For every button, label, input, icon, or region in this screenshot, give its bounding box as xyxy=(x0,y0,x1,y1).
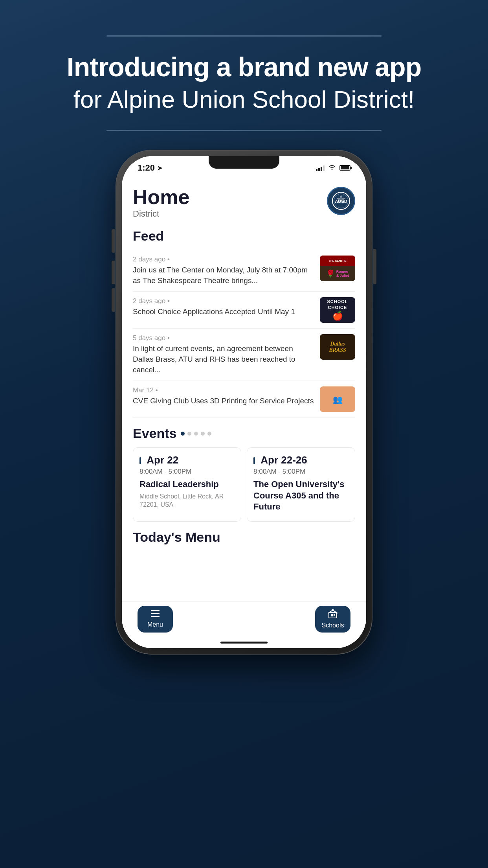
event-location-0: Middle School, Little Rock, AR 72201, US… xyxy=(139,493,235,509)
dot-active xyxy=(181,432,185,436)
event-date-1: Apr 22-26 xyxy=(253,454,349,466)
feed-bullet-2: • xyxy=(167,334,170,342)
feed-thumbnail-0: THE CENTRE 🌹 Romeo& Juliet xyxy=(320,256,355,281)
time-display: 1:20 xyxy=(138,163,155,173)
feed-item-time: Mar 12 • xyxy=(133,386,315,394)
district-logo[interactable]: AUSD xyxy=(327,187,355,215)
app-title: Home xyxy=(133,187,189,207)
home-bar xyxy=(220,642,268,644)
feed-bullet-0: • xyxy=(167,256,170,263)
feed-bullet-1: • xyxy=(167,297,170,305)
battery-fill xyxy=(341,166,349,169)
event-name-1: The Open University's Course A305 and th… xyxy=(253,479,349,513)
app-header: Home District AUSD xyxy=(133,180,355,219)
nav-item-menu[interactable]: Menu xyxy=(138,606,173,633)
feed-time-3: Mar 12 xyxy=(133,386,154,394)
feed-item-time: 2 days ago • xyxy=(133,256,315,263)
feed-item-text: 5 days ago • In light of current events,… xyxy=(133,334,315,375)
phone-screen: 1:20 ➤ xyxy=(122,156,366,648)
headline-sub: for Alpine Union School District! xyxy=(67,85,421,114)
svg-rect-9 xyxy=(332,609,334,611)
feed-item-time: 5 days ago • xyxy=(133,334,315,342)
event-date-text-1: Apr 22-26 xyxy=(261,454,307,466)
signal-bar-4 xyxy=(323,166,325,171)
schools-button[interactable]: Schools xyxy=(315,606,350,633)
feed-thumbnail-2: DallasBRASS xyxy=(320,334,355,360)
feed-item-text: 2 days ago • Join us at The Center on Mo… xyxy=(133,256,315,286)
schools-label: Schools xyxy=(322,622,344,629)
svg-rect-8 xyxy=(334,614,335,616)
notch xyxy=(209,156,279,169)
status-bar: 1:20 ➤ xyxy=(122,156,366,180)
svg-rect-5 xyxy=(151,616,160,617)
app-subtitle: District xyxy=(133,209,189,219)
location-arrow-icon: ➤ xyxy=(157,164,162,172)
feed-time-2: 5 days ago xyxy=(133,334,165,342)
event-date-bar-1 xyxy=(253,457,255,464)
event-date-text-0: Apr 22 xyxy=(147,454,178,466)
status-time: 1:20 ➤ xyxy=(138,163,162,173)
signal-bar-1 xyxy=(316,169,317,171)
feed-item-text: Mar 12 • CVE Giving Club Uses 3D Printin… xyxy=(133,386,315,406)
bottom-divider xyxy=(106,130,382,131)
event-time-1: 8:00AM - 5:00PM xyxy=(253,468,349,476)
events-row: Apr 22 8:00AM - 5:00PM Radical Leadershi… xyxy=(133,447,355,522)
svg-rect-4 xyxy=(151,613,160,614)
school-choice-thumb: SCHOOL CHOICE 🍎 xyxy=(320,297,355,323)
feed-item[interactable]: 2 days ago • Join us at The Center on Mo… xyxy=(133,250,355,292)
todays-menu-section: Today's Menu xyxy=(133,530,355,545)
feed-item-text: 2 days ago • School Choice Applications … xyxy=(133,297,315,317)
menu-button[interactable]: Menu xyxy=(138,606,173,633)
headline-block: Introducing a brand new app for Alpine U… xyxy=(67,52,421,114)
feed-item-body: CVE Giving Club Uses 3D Printing for Ser… xyxy=(133,396,315,406)
phone-outer-shell: 1:20 ➤ xyxy=(116,151,372,654)
feed-item[interactable]: 2 days ago • School Choice Applications … xyxy=(133,292,355,329)
dot-1 xyxy=(187,432,191,436)
shakespeare-thumb: THE CENTRE 🌹 Romeo& Juliet xyxy=(320,256,355,281)
menu-label: Menu xyxy=(147,621,163,628)
feed-item[interactable]: Mar 12 • CVE Giving Club Uses 3D Printin… xyxy=(133,381,355,418)
feed-item-body: In light of current events, an agreement… xyxy=(133,344,315,375)
event-card-0[interactable]: Apr 22 8:00AM - 5:00PM Radical Leadershi… xyxy=(133,447,241,522)
cve-thumb: 👥 xyxy=(320,386,355,412)
feed-section-title: Feed xyxy=(133,228,355,244)
feed-time-0: 2 days ago xyxy=(133,256,165,263)
battery-icon xyxy=(339,165,350,171)
dot-2 xyxy=(194,432,198,436)
events-pagination-dots xyxy=(181,432,211,436)
feed-time-1: 2 days ago xyxy=(133,297,165,305)
dot-3 xyxy=(201,432,205,436)
home-indicator xyxy=(122,636,366,648)
menu-icon xyxy=(151,610,160,619)
todays-menu-title: Today's Menu xyxy=(133,530,355,545)
event-date-0: Apr 22 xyxy=(139,454,235,466)
events-header: Events xyxy=(133,426,355,441)
feed-item-time: 2 days ago • xyxy=(133,297,315,305)
bottom-nav: Menu xyxy=(122,601,366,636)
feed-bullet-3: • xyxy=(156,386,158,394)
event-time-0: 8:00AM - 5:00PM xyxy=(139,468,235,476)
feed-item[interactable]: 5 days ago • In light of current events,… xyxy=(133,329,355,381)
app-content-scroll[interactable]: Home District AUSD xyxy=(122,180,366,601)
feed-thumbnail-3: 👥 xyxy=(320,386,355,412)
dallas-brass-thumb: DallasBRASS xyxy=(320,334,355,360)
svg-rect-3 xyxy=(151,610,160,611)
wifi-icon xyxy=(328,164,336,171)
nav-item-schools[interactable]: Schools xyxy=(315,606,350,633)
signal-bar-3 xyxy=(321,167,322,171)
phone-mockup: 1:20 ➤ xyxy=(116,151,372,654)
phone-inner-shell: 1:20 ➤ xyxy=(122,156,366,648)
signal-bars-icon xyxy=(316,165,325,171)
dot-4 xyxy=(207,432,211,436)
headline-main: Introducing a brand new app xyxy=(67,52,421,82)
top-divider xyxy=(106,35,382,37)
svg-rect-7 xyxy=(331,614,333,616)
events-section-title: Events xyxy=(133,426,177,441)
event-card-1[interactable]: Apr 22-26 8:00AM - 5:00PM The Open Unive… xyxy=(247,447,355,522)
feed-item-body: Join us at The Center on Monday, July 8t… xyxy=(133,265,315,286)
feed-item-body: School Choice Applications Accepted Unti… xyxy=(133,307,315,317)
schools-icon xyxy=(328,609,338,620)
feed-thumbnail-1: SCHOOL CHOICE 🍎 xyxy=(320,297,355,323)
app-title-group: Home District xyxy=(133,187,189,219)
signal-bar-2 xyxy=(318,168,320,171)
